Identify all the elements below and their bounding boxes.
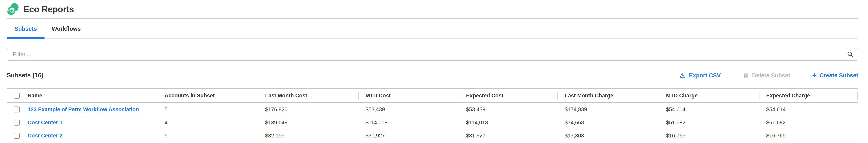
select-all-checkbox[interactable]	[14, 93, 20, 99]
expected-cost-cell: $31,927	[459, 129, 557, 142]
last-month-cost-cell: $176,820	[258, 103, 358, 116]
column-header-name[interactable]: Name	[7, 89, 157, 102]
column-header-expected-charge[interactable]: Expected Charge	[759, 89, 858, 102]
content-area: Eco Reports Subsets Workflows Subsets (1…	[7, 0, 858, 142]
mtd-cost-cell: $114,018	[358, 116, 459, 129]
subset-name-link[interactable]: Cost Center 2	[28, 133, 63, 139]
tab-subsets[interactable]: Subsets	[7, 19, 44, 38]
active-tab-indicator	[7, 37, 44, 39]
table-row: Cost Center 1 4 $139,649 $114,018 $114,0…	[7, 116, 858, 129]
filter-input[interactable]	[7, 47, 858, 61]
column-header-mtd-cost[interactable]: MTD Cost	[358, 89, 459, 102]
last-month-charge-cell: $17,303	[557, 129, 659, 142]
toolbar-actions: Export CSV Delete Subset + Create Subset	[679, 72, 858, 79]
accounts-cell: 5	[157, 129, 258, 142]
plus-icon: +	[812, 72, 817, 78]
name-cell: 123 Example of Perm Workflow Association	[7, 103, 157, 116]
subsets-heading: Subsets (16)	[7, 72, 43, 79]
table-body: 123 Example of Perm Workflow Association…	[7, 103, 858, 142]
expected-cost-cell: $53,439	[459, 103, 557, 116]
expected-charge-cell: $54,614	[759, 103, 858, 116]
table-row: Cost Center 2 5 $32,155 $31,927 $31,927 …	[7, 129, 858, 142]
export-csv-label: Export CSV	[689, 72, 721, 79]
search-icon[interactable]	[847, 51, 854, 58]
page-title: Eco Reports	[24, 4, 74, 14]
column-header-mtd-charge[interactable]: MTD Charge	[659, 89, 759, 102]
column-header-last-month-cost[interactable]: Last Month Cost	[258, 89, 358, 102]
accounts-cell: 4	[157, 116, 258, 129]
tab-workflows[interactable]: Workflows	[44, 19, 88, 38]
last-month-cost-cell: $139,649	[258, 116, 358, 129]
mtd-cost-cell: $31,927	[358, 129, 459, 142]
column-header-last-month-charge[interactable]: Last Month Charge	[557, 89, 659, 102]
app-header: Eco Reports	[7, 0, 858, 19]
table-header-row: Name Accounts in Subset Last Month Cost …	[7, 89, 858, 103]
subsets-table: Name Accounts in Subset Last Month Cost …	[7, 88, 858, 142]
page: Eco Reports Subsets Workflows Subsets (1…	[0, 0, 868, 143]
name-cell: Cost Center 1	[7, 116, 157, 129]
filter-container	[7, 47, 858, 61]
create-subset-button[interactable]: + Create Subset	[812, 72, 858, 79]
name-cell: Cost Center 2	[7, 129, 157, 142]
column-header-expected-cost[interactable]: Expected Cost	[459, 89, 557, 102]
mtd-charge-cell: $54,614	[659, 103, 759, 116]
column-header-accounts[interactable]: Accounts in Subset	[157, 89, 258, 102]
last-month-cost-cell: $32,155	[258, 129, 358, 142]
table-row: 123 Example of Perm Workflow Association…	[7, 103, 858, 116]
row-checkbox[interactable]	[14, 107, 20, 112]
export-csv-button[interactable]: Export CSV	[679, 72, 721, 79]
app-logo-icon	[7, 3, 19, 15]
mtd-charge-cell: $61,682	[659, 116, 759, 129]
expected-charge-cell: $61,682	[759, 116, 858, 129]
column-header-name-label: Name	[28, 93, 42, 99]
accounts-cell: 5	[157, 103, 258, 116]
trash-icon	[743, 72, 749, 79]
expected-charge-cell: $16,765	[759, 129, 858, 142]
mtd-charge-cell: $16,765	[659, 129, 759, 142]
delete-subset-button[interactable]: Delete Subset	[743, 72, 790, 79]
mtd-cost-cell: $53,439	[358, 103, 459, 116]
subset-name-link[interactable]: Cost Center 1	[28, 119, 63, 126]
tab-subsets-label: Subsets	[14, 26, 37, 32]
tab-bar: Subsets Workflows	[7, 19, 858, 39]
last-month-charge-cell: $74,668	[557, 116, 659, 129]
create-subset-label: Create Subset	[819, 72, 858, 79]
last-month-charge-cell: $174,839	[557, 103, 659, 116]
toolbar: Subsets (16) Export CSV Delete Subset	[7, 70, 858, 81]
subset-name-link[interactable]: 123 Example of Perm Workflow Association	[28, 107, 139, 113]
tab-workflows-label: Workflows	[52, 26, 81, 32]
download-icon	[679, 72, 686, 79]
delete-subset-label: Delete Subset	[752, 72, 790, 79]
expected-cost-cell: $114,018	[459, 116, 557, 129]
row-checkbox[interactable]	[14, 119, 20, 126]
row-checkbox[interactable]	[14, 133, 20, 139]
